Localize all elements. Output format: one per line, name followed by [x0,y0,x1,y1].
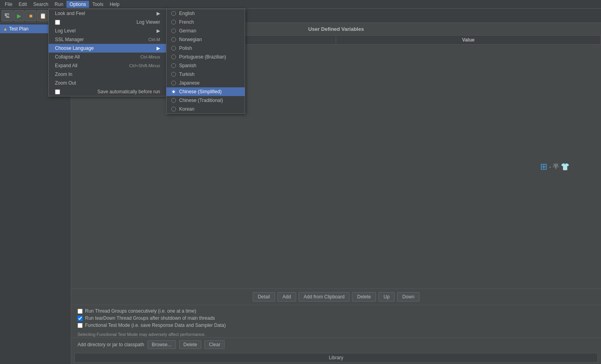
menu-edit[interactable]: Edit [15,1,30,8]
lang-english[interactable]: English [166,9,245,18]
menu-item-ssl-manager[interactable]: SSL Manager Ctrl-M [49,35,166,44]
save-auto-checkbox[interactable] [55,89,60,94]
separator-dot: · [549,162,551,171]
lang-english-radio [171,11,176,16]
clear-button[interactable]: Clear [204,340,225,349]
lang-spanish[interactable]: Spanish [166,61,245,70]
ssl-manager-shortcut: Ctrl-M [148,37,160,42]
menu-options[interactable]: Options [66,1,89,8]
down-button[interactable]: Down [397,292,420,302]
menu-item-save-auto[interactable]: Save automatically before run [49,87,166,96]
lang-korean[interactable]: Korean [166,105,245,113]
delete-button[interactable]: Delete [352,292,376,302]
lang-polish[interactable]: Polish [166,44,245,53]
col-value: Value [336,36,601,44]
lang-portuguese-radio [171,55,176,59]
look-and-feel-label: Look and Feel [55,11,85,16]
lang-french[interactable]: French [166,18,245,26]
lang-spanish-radio [171,63,176,68]
toolbar-stop-icon[interactable]: ■ [25,10,36,21]
add-clipboard-button[interactable]: Add from Clipboard [299,292,350,302]
collapse-all-label: Collapse All [55,54,80,60]
lang-japanese-label: Japanese [179,80,200,86]
lang-spanish-label: Spanish [179,63,196,68]
ssl-manager-label: SSL Manager [55,37,84,42]
functional-mode-checkbox[interactable] [77,323,83,328]
menu-tools[interactable]: Tools [89,1,106,8]
lang-german-label: German [179,28,196,34]
menu-item-expand-all[interactable]: Expand All Ctrl+Shift-Minus [49,61,166,70]
options-menu: Look and Feel ▶ Log Viewer Log Level ▶ S… [48,9,167,96]
lang-korean-radio [171,107,176,111]
lang-german[interactable]: German [166,26,245,35]
menu-item-zoom-in[interactable]: Zoom In [49,70,166,79]
library-table: Library [74,353,598,362]
action-buttons: Detail Add Add from Clipboard Delete Up … [71,289,601,305]
menu-item-collapse-all[interactable]: Collapse All Ctrl-Minus [49,53,166,61]
lang-polish-radio [171,46,176,51]
choose-language-arrow: ▶ [157,45,160,51]
lang-chinese-traditional[interactable]: Chinese (Traditional) [166,96,245,105]
half-width-icon: 半 [553,162,559,171]
detail-button[interactable]: Detail [253,292,275,302]
lang-norwegian[interactable]: Norwegian [166,35,245,44]
menu-item-zoom-out[interactable]: Zoom Out [49,79,166,87]
menu-item-look-and-feel[interactable]: Look and Feel ▶ [49,9,166,18]
zoom-out-label: Zoom Out [55,80,76,86]
add-button[interactable]: Add [278,292,296,302]
run-teardown-checkbox[interactable] [77,316,83,321]
checkbox-row-functional: Functional Test Mode (i.e. save Response… [77,323,595,328]
lang-chinese-traditional-label: Chinese (Traditional) [179,98,223,103]
run-teardown-label: Run tearDown Thread Groups after shutdow… [85,315,215,321]
log-viewer-label: Log Viewer [136,19,160,25]
lang-japanese[interactable]: Japanese [166,79,245,87]
delete-cp-button[interactable]: Delete [179,340,202,349]
menu-item-choose-language[interactable]: Choose Language ▶ [49,44,166,53]
lang-norwegian-radio [171,37,176,42]
classpath-label: Add directory or jar to classpath [77,342,144,347]
toolbar-run-icon[interactable]: ▶ [13,10,25,21]
lang-polish-label: Polish [179,45,192,51]
toolbar-build-icon[interactable]: 🏗 [2,10,13,21]
checkbox-row-teardown: Run tearDown Thread Groups after shutdow… [77,315,595,321]
menu-item-log-level[interactable]: Log Level ▶ [49,26,166,35]
checkboxes-section: Run Thread Groups consecutively (i.e. on… [71,305,601,331]
toolbar-clipboard-icon[interactable]: 📋 [37,10,48,21]
lang-french-label: French [179,19,194,25]
log-viewer-checkbox[interactable] [55,20,60,25]
menu-search[interactable]: Search [30,1,51,8]
zoom-in-label: Zoom In [55,72,72,77]
lang-turkish-radio [171,72,176,77]
lang-japanese-radio [171,81,176,85]
log-level-label: Log Level [55,28,76,34]
save-auto-label: Save automatically before run [97,89,160,94]
collapse-all-shortcut: Ctrl-Minus [140,55,160,59]
center-icons: ⊞ · 半 👕 [540,162,569,172]
testplan-icon: ▲ [3,26,8,31]
lang-portuguese[interactable]: Portuguese (Brazilian) [166,53,245,61]
menu-item-log-viewer[interactable]: Log Viewer [49,18,166,26]
lang-chinese-simplified[interactable]: Chinese (Simplified) [166,87,245,96]
lang-turkish[interactable]: Turkish [166,70,245,79]
lang-turkish-label: Turkish [179,72,195,77]
run-consecutive-label: Run Thread Groups consecutively (i.e. on… [85,308,196,314]
lang-chinese-simplified-radio [171,89,176,94]
choose-language-label: Choose Language [55,45,94,51]
menu-run[interactable]: Run [51,1,66,8]
library-header: Library [75,353,597,362]
browse-button[interactable]: Browse... [147,340,176,349]
menubar: File Edit Search Run Options Tools Help [0,0,601,9]
sidebar-item-label: Test Plan [9,26,28,32]
run-consecutive-checkbox[interactable] [77,309,83,314]
menu-help[interactable]: Help [106,1,123,8]
lang-german-radio [171,28,176,33]
menu-file[interactable]: File [2,1,15,8]
lang-portuguese-label: Portuguese (Brazilian) [179,54,226,60]
look-and-feel-arrow: ▶ [157,11,160,16]
log-level-arrow: ▶ [157,28,160,34]
lang-norwegian-label: Norwegian [179,37,202,42]
expand-all-label: Expand All [55,63,77,68]
up-button[interactable]: Up [378,292,395,302]
lang-korean-label: Korean [179,106,195,112]
cross-icon: ⊞ [540,162,547,172]
